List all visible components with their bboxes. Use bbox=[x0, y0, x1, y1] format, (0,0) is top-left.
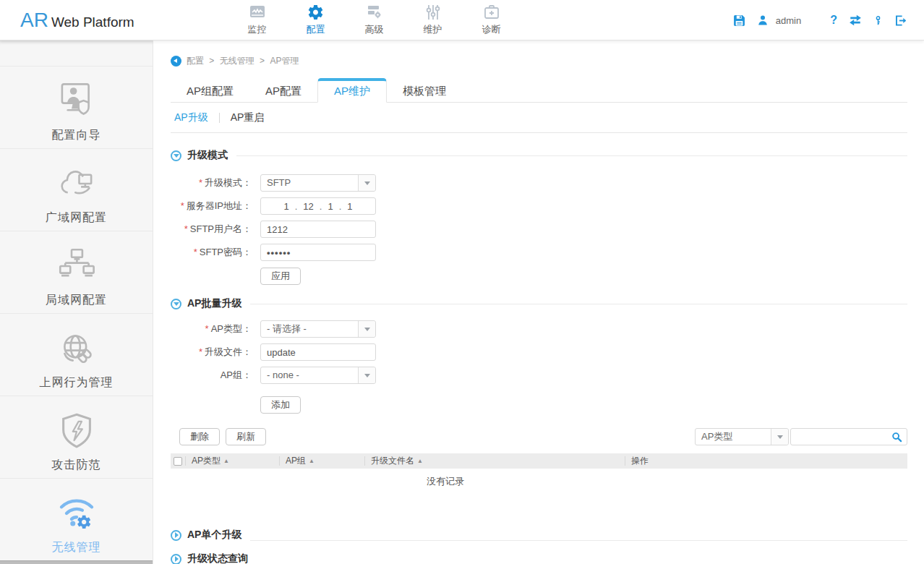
sidebar-item-config-wizard[interactable]: 配置向导 bbox=[0, 66, 153, 148]
sidebar-item-behavior-mgmt[interactable]: 上网行为管理 bbox=[0, 313, 153, 396]
server-ip-input[interactable]: 1.12.1.1 bbox=[260, 197, 376, 215]
delete-button[interactable]: 删除 bbox=[179, 428, 220, 445]
apply-button[interactable]: 应用 bbox=[260, 268, 301, 285]
nav-item-maintenance[interactable]: 维护 bbox=[403, 4, 462, 38]
upgrade-mode-select[interactable]: SFTP bbox=[260, 174, 376, 192]
ip-dot: . bbox=[318, 201, 324, 212]
breadcrumb-item[interactable]: AP管理 bbox=[270, 56, 299, 66]
nav-item-advanced[interactable]: 高级 bbox=[345, 4, 403, 38]
collapse-toggle-icon[interactable] bbox=[171, 299, 181, 309]
nav-item-config[interactable]: 配置 bbox=[286, 4, 345, 38]
ip-octet[interactable]: 1 bbox=[279, 201, 293, 212]
username-label: admin bbox=[776, 15, 801, 26]
column-header-ap-group[interactable]: AP组▲ bbox=[279, 456, 364, 466]
field-label: *SFTP用户名： bbox=[171, 223, 252, 236]
sftp-password-input[interactable] bbox=[260, 244, 376, 261]
select-arrow-button[interactable] bbox=[771, 429, 788, 445]
select-arrow-button[interactable] bbox=[358, 175, 375, 191]
switch-language-button[interactable] bbox=[849, 14, 862, 27]
ap-type-select[interactable]: - 请选择 - bbox=[260, 320, 376, 338]
breadcrumb-item[interactable]: 无线管理 bbox=[220, 56, 254, 66]
required-mark: * bbox=[199, 177, 202, 188]
nav-item-diagnosis[interactable]: 诊断 bbox=[462, 4, 521, 38]
ip-octet[interactable]: 12 bbox=[299, 201, 317, 212]
add-button[interactable]: 添加 bbox=[260, 396, 301, 414]
select-arrow-button[interactable] bbox=[358, 321, 375, 337]
help-icon[interactable]: ? bbox=[830, 14, 837, 27]
form-row-ap-type: *AP类型： - 请选择 - bbox=[171, 320, 907, 338]
nav-item-monitor[interactable]: 监控 bbox=[228, 4, 286, 38]
ip-octet[interactable]: 1 bbox=[323, 201, 337, 212]
expand-toggle-icon[interactable] bbox=[171, 530, 181, 541]
sort-asc-icon[interactable]: ▲ bbox=[223, 458, 229, 464]
sidebar-item-wan-config[interactable]: 广域网配置 bbox=[0, 148, 153, 231]
select-arrow-button[interactable] bbox=[358, 367, 375, 383]
first-aid-icon bbox=[483, 4, 500, 21]
tab-ap-config[interactable]: AP配置 bbox=[249, 80, 317, 102]
sort-asc-icon[interactable]: ▲ bbox=[417, 458, 423, 464]
select-value: SFTP bbox=[261, 175, 358, 191]
filter-column-select[interactable]: AP类型 bbox=[695, 428, 789, 445]
column-header-upgrade-file[interactable]: 升级文件名▲ bbox=[364, 456, 625, 466]
password-button[interactable] bbox=[873, 16, 883, 25]
chevron-down-icon bbox=[364, 181, 370, 188]
wifi-gear-icon bbox=[54, 493, 100, 534]
nav-label: 诊断 bbox=[482, 23, 501, 36]
monitor-chart-icon bbox=[248, 4, 267, 21]
nav-label: 维护 bbox=[424, 23, 442, 36]
user-button[interactable] bbox=[757, 14, 769, 26]
subtab-ap-upgrade[interactable]: AP升级 bbox=[174, 111, 208, 124]
column-header-ap-type[interactable]: AP类型▲ bbox=[185, 456, 279, 466]
logout-button[interactable] bbox=[894, 14, 907, 27]
sidebar-item-wireless-mgmt[interactable]: 无线管理 bbox=[0, 478, 153, 560]
save-icon bbox=[733, 14, 745, 27]
sidebar-item-label: 上网行为管理 bbox=[40, 375, 114, 390]
section-divider bbox=[250, 540, 907, 541]
sort-asc-icon[interactable]: ▲ bbox=[309, 458, 315, 464]
search-input[interactable] bbox=[795, 430, 889, 444]
section-title: AP单个升级 bbox=[187, 529, 241, 542]
sidebar-item-label: 局域网配置 bbox=[46, 293, 107, 308]
ip-octet[interactable]: 1 bbox=[343, 201, 356, 212]
sliders-icon bbox=[424, 4, 442, 21]
globe-link-icon bbox=[54, 328, 100, 369]
ap-group-select[interactable]: - none - bbox=[260, 367, 376, 384]
refresh-button[interactable]: 刷新 bbox=[226, 428, 266, 445]
form-row-upgrade-file: *升级文件： bbox=[171, 343, 907, 361]
tab-template-mgmt[interactable]: 模板管理 bbox=[387, 80, 462, 102]
form-row-sftp-username: *SFTP用户名： bbox=[171, 221, 907, 238]
select-all-checkbox[interactable] bbox=[174, 457, 182, 466]
search-icon[interactable] bbox=[891, 432, 902, 445]
table-header-row: AP类型▲ AP组▲ 升级文件名▲ 操作 bbox=[171, 453, 907, 469]
lan-topology-icon bbox=[54, 246, 100, 286]
field-label: *SFTP密码： bbox=[171, 246, 252, 259]
tab-ap-group-config[interactable]: AP组配置 bbox=[171, 80, 249, 102]
nav-label: 监控 bbox=[248, 23, 267, 36]
collapse-toggle-icon[interactable] bbox=[171, 150, 181, 161]
breadcrumb-back-icon[interactable] bbox=[171, 56, 181, 67]
field-label: *升级文件： bbox=[171, 346, 252, 359]
sftp-username-input[interactable] bbox=[260, 221, 376, 238]
save-config-button[interactable] bbox=[733, 14, 745, 27]
sidebar-item-attack-defense[interactable]: 攻击防范 bbox=[0, 396, 153, 478]
section-title: 升级模式 bbox=[187, 149, 228, 162]
tab-bar: AP组配置 AP配置 AP维护 模板管理 bbox=[171, 78, 907, 103]
sidebar-bottom-divider bbox=[0, 560, 153, 564]
user-icon bbox=[757, 14, 769, 26]
search-box bbox=[790, 428, 907, 445]
top-bar: AR Web Platform 监控 配置 高 bbox=[0, 0, 924, 40]
sidebar-item-label: 广域网配置 bbox=[46, 210, 107, 226]
expand-toggle-icon[interactable] bbox=[171, 554, 181, 564]
form-row-ap-group: AP组： - none - bbox=[171, 367, 907, 384]
switch-arrows-icon bbox=[849, 14, 862, 27]
sidebar-item-lan-config[interactable]: 局域网配置 bbox=[0, 231, 153, 313]
form-row-server-ip: *服务器IP地址： 1.12.1.1 bbox=[171, 197, 907, 215]
tab-ap-maintenance[interactable]: AP维护 bbox=[317, 78, 387, 103]
breadcrumb-separator: > bbox=[260, 56, 265, 66]
upgrade-file-input[interactable] bbox=[260, 343, 376, 361]
select-value: - 请选择 - bbox=[261, 321, 358, 337]
chevron-down-icon bbox=[364, 328, 370, 334]
subtab-ap-restart[interactable]: AP重启 bbox=[231, 111, 265, 124]
required-mark: * bbox=[184, 223, 188, 234]
breadcrumb-item[interactable]: 配置 bbox=[187, 56, 204, 66]
